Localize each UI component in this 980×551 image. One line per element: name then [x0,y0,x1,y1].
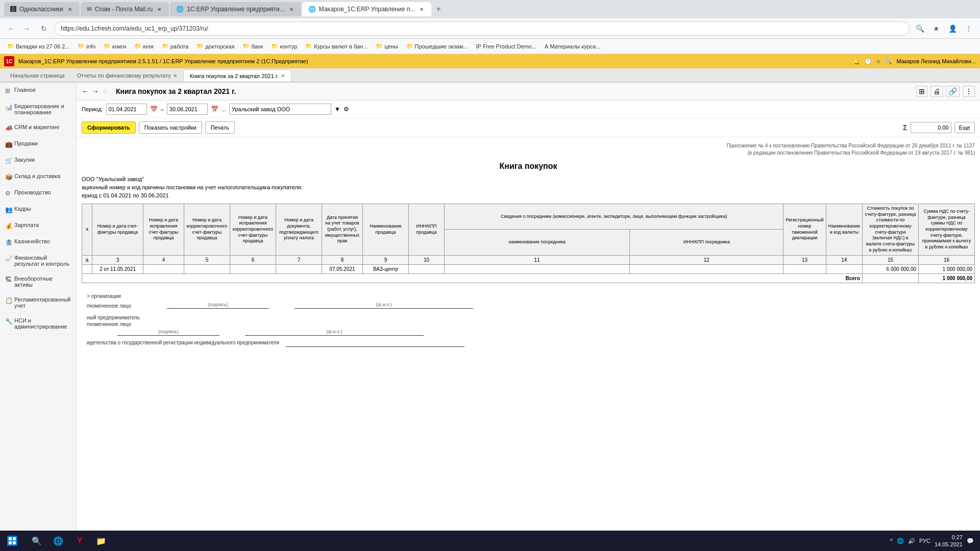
print-button[interactable]: Печать [205,121,235,134]
org-select-icon[interactable]: ▼ [334,106,340,113]
bookmark-4[interactable]: 📁 работа [159,42,191,51]
nav-tab-purchases-close[interactable]: ✕ [281,73,285,79]
warehouse-icon: 📦 [5,173,12,181]
url-bar[interactable]: https://edu.1cfresh.com/a/edu_uc1_erp_up… [54,21,910,36]
taskbar-speaker-icon[interactable]: 🔊 [908,538,915,544]
col-header-12-sub: ИНН/КПП посредника [630,230,783,255]
sidebar-item-crm[interactable]: 📣 CRM и маркетинг [0,120,76,136]
calendar-from-icon[interactable]: 📅 [150,106,158,113]
bookmark-7[interactable]: 📁 контур [268,42,300,51]
search-icon[interactable]: 🔍 [913,21,927,36]
settings-button[interactable]: Показать настройки [139,121,202,134]
col-header-4: Номер и дата исправления счет-фактуры пр… [143,204,184,256]
sidebar-item-treasury[interactable]: 🏦 Казначейство [0,234,76,251]
user-name[interactable]: Макаров Леонид Михайлови... [896,58,976,64]
sidebar-item-purchases[interactable]: 🛒 Закупки [0,153,76,169]
sidebar-item-salary[interactable]: 💰 Зарплата [0,218,76,234]
history-icon[interactable]: 🕐 [865,58,872,65]
sum-value-input[interactable] [911,122,951,133]
bookmark-2[interactable]: 📁 книги [101,42,129,51]
taskbar-search[interactable]: 🔍 [27,532,47,550]
calendar-to-icon[interactable]: 📅 [211,106,218,113]
bookmark-3[interactable]: 📁 юля [131,42,156,51]
organization-input[interactable] [229,104,331,115]
period-from-input[interactable] [106,104,147,115]
bookmark-6[interactable]: 📁 банк [239,42,266,51]
sidebar-label-sales: Продажи [14,140,38,146]
star-icon[interactable]: ☆ [876,58,881,65]
nav-tab-home[interactable]: Начальная страница [4,69,70,82]
bookmark-11[interactable]: IP Free Product Demo... [473,42,540,51]
taskbar-network-icon[interactable]: 🌐 [897,538,904,544]
finance-icon: 📈 [5,255,12,262]
forward-doc-button[interactable]: → [92,87,99,95]
bookmark-12[interactable]: A Материалы курса... [542,42,604,51]
nav-tab-reports[interactable]: Отчеты по финансовому результату ✕ [70,69,183,82]
nav-tab-reports-close[interactable]: ✕ [173,73,177,79]
bookmark-5[interactable]: 📁 докторская [193,42,237,51]
bookmark-10[interactable]: 📁 Прошедшие экзам... [403,42,471,51]
tab-odnoklassniki[interactable]: 🅾 Одноклассники ✕ [4,2,80,16]
org-settings-icon[interactable]: ⚙ [344,106,349,113]
nav-tab-purchases[interactable]: Книга покупок за 2 квартал 2021 г. ✕ [183,69,291,82]
bookmark-0[interactable]: 📁 Вкладки из 27 06 2... [4,42,72,51]
profile-icon[interactable]: 👤 [945,21,960,36]
bookmark-1[interactable]: 📁 info [75,42,99,51]
period-to-input[interactable] [167,104,208,115]
taskbar-yandex[interactable]: Y [69,532,90,550]
taskbar-chevron-icon[interactable]: ^ [890,538,893,544]
taskbar-edge[interactable]: 🌐 [48,532,68,550]
bookmark-9[interactable]: 📁 цены [373,42,401,51]
print-view-icon[interactable]: 🖨 [930,86,943,97]
favorites-icon[interactable]: ★ [929,21,943,36]
sidebar-item-regulated[interactable]: 📋 Регламентированный учет [0,292,76,313]
favorite-doc-button[interactable]: ☆ [102,87,109,95]
regulated-icon: 📋 [5,297,12,304]
forward-button[interactable]: → [19,21,34,36]
tab-close-3[interactable]: ✕ [288,6,295,13]
tab-1cerp-1[interactable]: 🌐 1С:ERP Управление предприяти... ✕ [170,2,301,16]
tab-icon-1: 🅾 [10,6,16,13]
sidebar-item-main[interactable]: ⊞ Главное [0,83,76,99]
tab-close-4[interactable]: ✕ [418,6,425,13]
taskbar-explorer[interactable]: 📁 [91,532,111,550]
more-button[interactable]: Еще [954,122,975,133]
bookmark-8[interactable]: 📁 Курсы валют в бан... [302,42,371,51]
total-col16: 1 000 000,00 [919,273,975,283]
bookmark-label-4: работа [170,43,188,49]
search-header-icon[interactable]: 🔍 [885,58,892,65]
tab-close-2[interactable]: ✕ [156,6,163,13]
col-num-a: а [82,255,92,264]
tab-mail[interactable]: ✉ Спам - Почта Mail.ru ✕ [81,2,169,16]
sidebar-item-sales[interactable]: 💼 Продажи [0,136,76,153]
start-button[interactable] [2,532,22,550]
sidebar-label-assets: Внеоборотные активы [14,276,71,288]
sidebar-item-warehouse[interactable]: 📦 Склад и доставка [0,169,76,185]
row1-col4 [143,264,184,273]
sidebar-item-hr[interactable]: 👥 Кадры [0,202,76,218]
settings-icon[interactable]: ⋮ [962,21,976,36]
new-tab-button[interactable]: + [432,3,445,15]
col-num-4: 4 [143,255,184,264]
sidebar-item-nsi[interactable]: 🔧 НСИ и администрирование [0,313,76,334]
back-button[interactable]: ← [4,21,18,36]
sidebar-item-finance[interactable]: 📈 Финансовый результат и контроль [0,251,76,271]
tab-1cerp-2[interactable]: 🌐 Макаров_1С:ERP Управление п... ✕ [302,2,431,16]
form-button[interactable]: Сформировать [82,121,136,134]
tab-close-1[interactable]: ✕ [66,6,74,13]
link-icon[interactable]: 🔗 [946,86,960,97]
col-num-15: 15 [863,255,919,264]
more-doc-icon[interactable]: ⋮ [963,86,975,97]
sidebar-item-budget[interactable]: 📊 Бюджетирование и планирование [0,99,76,120]
sidebar-item-assets[interactable]: 🏗 Внеоборотные активы [0,271,76,292]
tab-label-3: 1С:ERP Управление предприяти... [187,6,285,13]
back-doc-button[interactable]: ← [82,87,89,95]
refresh-button[interactable]: ↻ [37,21,51,36]
sidebar-item-production[interactable]: ⚙ Производство [0,185,76,202]
address-bar: ← → ↻ https://edu.1cfresh.com/a/edu_uc1_… [0,18,980,39]
svg-rect-0 [9,537,12,540]
table-view-icon[interactable]: ⊞ [916,86,927,97]
taskbar-notification-icon[interactable]: 💬 [967,538,974,544]
bookmark-folder-icon-3: 📁 [134,43,141,49]
bell-icon[interactable]: 🔔 [853,58,861,65]
